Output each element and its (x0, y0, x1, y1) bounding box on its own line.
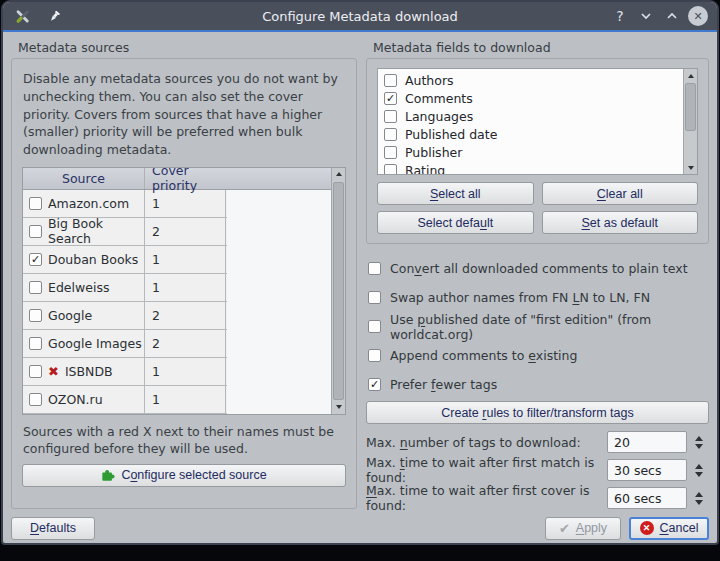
tools-icon (11, 5, 33, 27)
help-button[interactable]: ? (609, 5, 631, 27)
select-default-button[interactable]: Select default (377, 211, 534, 234)
source-checkbox[interactable] (29, 393, 42, 406)
option-checkbox[interactable] (368, 262, 381, 275)
option-row[interactable]: Swap author names from FN LN to LN, FN (368, 283, 707, 312)
scroll-up-icon[interactable] (684, 69, 697, 82)
field-checkbox[interactable] (384, 164, 397, 176)
clear-all-button[interactable]: Clear all (542, 182, 699, 205)
field-checkbox[interactable] (384, 146, 397, 159)
dialog-footer: Defaults ✔ Apply ✕ Cancel (11, 515, 709, 541)
spinbox-value[interactable]: 30 secs (607, 459, 687, 481)
spin-down-icon[interactable] (695, 444, 703, 449)
select-all-button[interactable]: Select all (377, 182, 534, 205)
scrollbar-thumb[interactable] (685, 83, 696, 131)
field-list-item[interactable]: Publisher (378, 143, 683, 161)
field-list-item[interactable]: Authors (378, 71, 683, 89)
option-checkbox[interactable] (368, 291, 381, 304)
shade-button[interactable] (635, 5, 657, 27)
field-checkbox[interactable] (384, 128, 397, 141)
option-row[interactable]: Append comments to existing (368, 341, 707, 370)
cover-priority-cell[interactable]: 2 (145, 330, 226, 357)
field-list-item[interactable]: ✓ Comments (378, 89, 683, 107)
scrollbar-track[interactable] (332, 181, 345, 401)
cover-priority-cell[interactable]: 1 (145, 274, 226, 301)
source-checkbox[interactable] (29, 225, 42, 238)
scrollbar-thumb[interactable] (333, 182, 344, 400)
spin-up-icon[interactable] (695, 492, 703, 497)
titlebar: Configure Metadata download ? ✕ (3, 2, 717, 32)
field-list-item[interactable]: Published date (378, 125, 683, 143)
cover-priority-cell[interactable]: 2 (145, 302, 226, 329)
spinner-row: Max. time to wait after first match is f… (366, 459, 709, 481)
sources-table[interactable]: Source Cover priority ✖ Amazon.com (22, 167, 346, 415)
option-checkbox[interactable] (368, 320, 381, 333)
field-list-item[interactable]: Languages (378, 107, 683, 125)
table-row[interactable]: ✖ OZON.ru 1 (23, 386, 227, 414)
scroll-up-icon[interactable] (332, 168, 345, 181)
source-checkbox[interactable] (29, 365, 42, 378)
source-name: Google (48, 308, 92, 323)
spin-up-icon[interactable] (695, 436, 703, 441)
spinner-label: Max. time to wait after first cover is f… (366, 483, 607, 513)
table-row[interactable]: ✖ Big Book Search 2 (23, 218, 227, 246)
option-label: Use published date of "first edition" (f… (390, 312, 707, 342)
field-checkbox[interactable] (384, 110, 397, 123)
fields-scrollbar[interactable] (683, 69, 697, 174)
source-checkbox[interactable] (29, 337, 42, 350)
field-checkbox[interactable]: ✓ (384, 92, 397, 105)
configure-source-button[interactable]: Configure selected source (22, 464, 346, 487)
source-checkbox[interactable] (29, 281, 42, 294)
spinbox-value[interactable]: 20 (607, 431, 687, 453)
spin-down-icon[interactable] (695, 500, 703, 505)
scroll-down-icon[interactable] (332, 401, 345, 414)
cover-priority-cell[interactable]: 2 (145, 218, 226, 245)
spinner-label: Max. time to wait after first match is f… (366, 455, 607, 485)
sources-note: Sources with a red X next to their names… (23, 423, 345, 458)
create-tag-rules-button[interactable]: Create rules to filter/transform tags (366, 401, 709, 424)
source-name: Douban Books (48, 252, 138, 267)
close-button[interactable]: ✕ (687, 5, 709, 27)
keep-above-button[interactable] (661, 5, 683, 27)
defaults-button[interactable]: Defaults (11, 517, 95, 540)
spinbox-value[interactable]: 60 secs (607, 487, 687, 509)
source-checkbox[interactable] (29, 197, 42, 210)
column-header-source[interactable]: Source (23, 168, 145, 189)
table-row[interactable]: ✖ Google Images 2 (23, 330, 227, 358)
field-label: Authors (405, 73, 454, 88)
sources-description: Disable any metadata sources you do not … (23, 70, 345, 159)
option-row[interactable]: Convert all downloaded comments to plain… (368, 254, 707, 283)
option-row[interactable]: Use published date of "first edition" (f… (368, 312, 707, 341)
spinner-settings: Max. number of tags to download: 20 (366, 431, 709, 509)
table-row[interactable]: ✖ Edelweiss 1 (23, 274, 227, 302)
field-list-item[interactable]: Rating (378, 161, 683, 175)
source-checkbox[interactable] (29, 309, 42, 322)
field-checkbox[interactable] (384, 74, 397, 87)
cover-priority-cell[interactable]: 1 (145, 190, 226, 217)
table-row[interactable]: ✖ Google 2 (23, 302, 227, 330)
set-as-default-button[interactable]: Set as default (542, 211, 699, 234)
cancel-button[interactable]: ✕ Cancel (629, 517, 709, 540)
table-row[interactable]: ✖ Amazon.com 1 (23, 190, 227, 218)
source-name: Google Images (48, 336, 142, 351)
apply-button[interactable]: ✔ Apply (545, 517, 621, 540)
scrollbar-track[interactable] (684, 82, 697, 161)
cover-priority-cell[interactable]: 1 (145, 358, 226, 385)
table-row[interactable]: ✓ ✖ Douban Books 1 (23, 246, 227, 274)
pin-icon[interactable] (43, 5, 65, 27)
option-row[interactable]: ✓ Prefer fewer tags (368, 370, 707, 399)
sources-groupbox: Disable any metadata sources you do not … (11, 58, 357, 509)
option-checkbox[interactable] (368, 349, 381, 362)
spin-down-icon[interactable] (695, 472, 703, 477)
source-checkbox[interactable]: ✓ (29, 253, 42, 266)
cover-priority-cell[interactable]: 1 (145, 246, 226, 273)
column-header-cover-priority[interactable]: Cover priority (145, 168, 226, 189)
cover-priority-cell[interactable]: 1 (145, 386, 226, 413)
table-row[interactable]: ✖ ISBNDB 1 (23, 358, 227, 386)
source-name: OZON.ru (48, 392, 103, 407)
scroll-down-icon[interactable] (684, 161, 697, 174)
option-checkbox[interactable]: ✓ (368, 378, 381, 391)
fields-list[interactable]: Authors ✓ Comments Languages (377, 68, 698, 175)
spin-up-icon[interactable] (695, 464, 703, 469)
table-scrollbar[interactable] (331, 168, 345, 414)
cancel-x-icon: ✕ (640, 521, 654, 535)
